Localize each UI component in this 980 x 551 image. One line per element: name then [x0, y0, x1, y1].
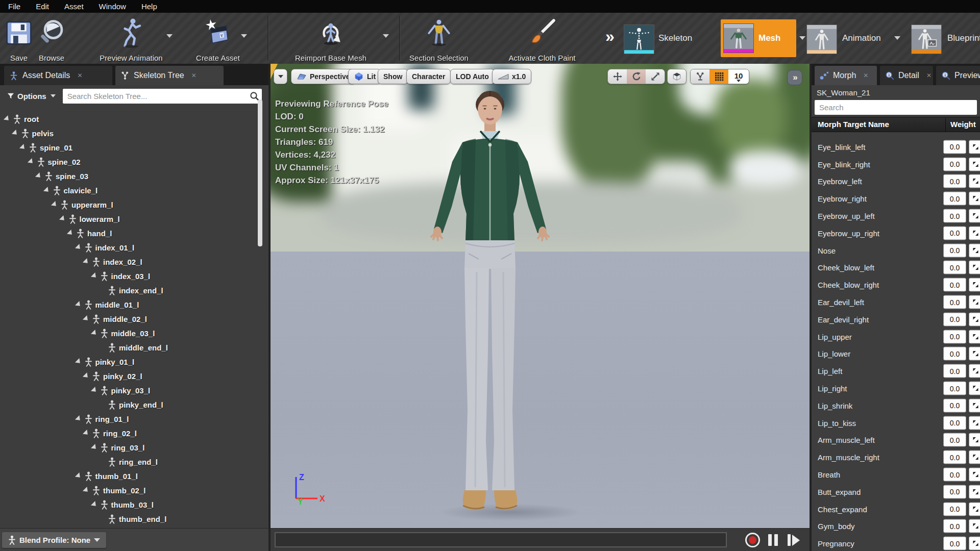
- preview-animation-button[interactable]: Preview Animation: [86, 13, 177, 64]
- drag-adjust-grip[interactable]: [969, 140, 980, 154]
- expand-arrow-icon[interactable]: [75, 358, 82, 365]
- morph-row-Lip_upper[interactable]: Lip_upper0.0: [812, 328, 980, 345]
- morph-row-Pregnancy[interactable]: Pregnancy0.0: [812, 535, 980, 551]
- morph-weight-input[interactable]: 0.0: [943, 485, 966, 498]
- morph-row-Cheek_blow_left[interactable]: Cheek_blow_left0.0: [812, 259, 980, 277]
- skeleton-tree-search-input[interactable]: [63, 89, 262, 104]
- morph-weight-input[interactable]: 0.0: [943, 416, 966, 430]
- rotate-tool-button[interactable]: [627, 69, 646, 84]
- drag-adjust-grip[interactable]: [969, 364, 980, 378]
- expand-arrow-icon[interactable]: [75, 415, 82, 422]
- morph-weight-input[interactable]: 0.0: [943, 450, 966, 464]
- expand-arrow-icon[interactable]: [43, 187, 50, 194]
- expand-arrow-icon[interactable]: [75, 301, 82, 308]
- tree-item-pinky_end_l[interactable]: pinky_end_l: [0, 397, 268, 412]
- playback-speed-button[interactable]: x1.0: [492, 69, 531, 84]
- morph-row-Lip_left[interactable]: Lip_left0.0: [812, 362, 980, 380]
- chevron-down-icon[interactable]: [799, 36, 805, 40]
- morph-weight-input[interactable]: 0.0: [943, 243, 966, 257]
- morph-row-Lip_to_kiss[interactable]: Lip_to_kiss0.0: [812, 414, 980, 432]
- tree-item-ring_end_l[interactable]: ring_end_l: [0, 455, 268, 469]
- morph-row-Chest_expand[interactable]: Chest_expand0.0: [812, 500, 980, 518]
- morph-row-Eyebrow_up_left[interactable]: Eyebrow_up_left0.0: [812, 207, 980, 224]
- socket-snap-button[interactable]: [691, 69, 709, 84]
- pause-button[interactable]: [768, 534, 778, 546]
- expand-arrow-icon[interactable]: [27, 158, 34, 165]
- morph-weight-input[interactable]: 0.0: [943, 192, 966, 206]
- drag-adjust-grip[interactable]: [969, 537, 980, 550]
- morph-row-Arm_muscle_left[interactable]: Arm_muscle_left0.0: [812, 432, 980, 449]
- chevron-down-icon[interactable]: [241, 34, 247, 38]
- morph-weight-input[interactable]: 0.0: [943, 226, 966, 240]
- chevron-down-icon[interactable]: [383, 34, 389, 38]
- expand-arrow-icon[interactable]: [4, 115, 11, 122]
- drag-adjust-grip[interactable]: [969, 398, 980, 412]
- tree-item-thumb_02_l[interactable]: thumb_02_l: [0, 483, 268, 497]
- drag-adjust-grip[interactable]: [969, 312, 980, 326]
- expand-arrow-icon[interactable]: [83, 430, 90, 437]
- tab-morph[interactable]: Morph ✕: [815, 66, 877, 85]
- tree-item-pinky_01_l[interactable]: pinky_01_l: [0, 355, 268, 369]
- expand-arrow-icon[interactable]: [90, 387, 97, 394]
- expand-arrow-icon[interactable]: [59, 215, 66, 222]
- viewport-options-button[interactable]: [274, 69, 287, 84]
- mode-tab-skeleton[interactable]: Skeleton: [658, 13, 692, 64]
- morph-row-Breath[interactable]: Breath0.0: [812, 466, 980, 483]
- morph-row-Ear_devil_right[interactable]: Ear_devil_right0.0: [812, 311, 980, 328]
- skeleton-thumbnail-icon[interactable]: [624, 24, 654, 54]
- drag-adjust-grip[interactable]: [969, 347, 980, 361]
- section-selection-button[interactable]: Section Selection: [403, 13, 475, 64]
- expand-arrow-icon[interactable]: [83, 487, 90, 494]
- drag-adjust-grip[interactable]: [969, 519, 980, 533]
- drag-adjust-grip[interactable]: [969, 382, 980, 395]
- column-divider[interactable]: [945, 118, 946, 132]
- blueprint-thumbnail-icon[interactable]: [911, 24, 942, 54]
- tree-item-ring_01_l[interactable]: ring_01_l: [0, 412, 268, 426]
- expand-arrow-icon[interactable]: [83, 258, 90, 265]
- morph-row-Eyebrow_right[interactable]: Eyebrow_right0.0: [812, 190, 980, 207]
- drag-adjust-grip[interactable]: [969, 416, 980, 430]
- tab-asset-details[interactable]: Asset Details ✕: [4, 66, 112, 85]
- drag-adjust-grip[interactable]: [969, 330, 980, 343]
- coordinate-space-button[interactable]: [667, 69, 687, 84]
- morph-list-header[interactable]: Morph Target Name Weight: [812, 117, 980, 132]
- drag-adjust-grip[interactable]: [969, 192, 980, 206]
- close-icon[interactable]: ✕: [863, 72, 868, 79]
- character-menu-button[interactable]: Character: [406, 69, 451, 84]
- expand-arrow-icon[interactable]: [75, 244, 82, 251]
- tree-item-middle_03_l[interactable]: middle_03_l: [0, 326, 268, 340]
- morph-target-search-input[interactable]: [815, 100, 977, 115]
- morph-weight-input[interactable]: 0.0: [943, 209, 966, 223]
- morph-weight-input[interactable]: 0.0: [943, 502, 966, 516]
- expand-arrow-icon[interactable]: [90, 501, 97, 508]
- drag-adjust-grip[interactable]: [969, 157, 980, 171]
- morph-row-Lip_lower[interactable]: Lip_lower0.0: [812, 345, 980, 363]
- expand-arrow-icon[interactable]: [83, 372, 90, 380]
- morph-row-Nose[interactable]: Nose0.0: [812, 242, 980, 259]
- tree-item-pinky_02_l[interactable]: pinky_02_l: [0, 369, 268, 383]
- morph-weight-input[interactable]: 0.0: [943, 157, 966, 171]
- tree-item-index_end_l[interactable]: index_end_l: [0, 283, 268, 297]
- tree-item-upperarm_l[interactable]: upperarm_l: [0, 197, 268, 212]
- blend-profile-button[interactable]: Blend Profile: None: [2, 532, 106, 548]
- drag-adjust-grip[interactable]: [969, 174, 980, 188]
- morph-row-Cheek_blow_right[interactable]: Cheek_blow_right0.0: [812, 276, 980, 293]
- skeleton-tree-scrollbar[interactable]: [258, 99, 262, 246]
- expand-arrow-icon[interactable]: [83, 315, 90, 322]
- animation-thumbnail-icon[interactable]: [806, 24, 837, 54]
- morph-weight-input[interactable]: 0.0: [943, 295, 966, 309]
- expand-arrow-icon[interactable]: [35, 172, 42, 180]
- drag-adjust-grip[interactable]: [969, 468, 980, 482]
- tree-item-ring_02_l[interactable]: ring_02_l: [0, 426, 268, 440]
- step-forward-button[interactable]: [788, 534, 800, 546]
- expand-panel-chevron-button[interactable]: »: [787, 70, 802, 85]
- morph-row-Eyebrow_up_right[interactable]: Eyebrow_up_right0.0: [812, 224, 980, 242]
- options-button[interactable]: Options: [4, 88, 59, 104]
- tree-item-index_02_l[interactable]: index_02_l: [0, 255, 268, 269]
- activate-cloth-paint-button[interactable]: Activate Cloth Paint: [496, 13, 588, 64]
- menu-item-file[interactable]: File: [8, 2, 20, 11]
- drag-adjust-grip[interactable]: [969, 433, 980, 447]
- morph-row-Lip_shrink[interactable]: Lip_shrink0.0: [812, 397, 980, 414]
- morph-weight-input[interactable]: 0.0: [943, 140, 966, 154]
- morph-weight-input[interactable]: 0.0: [943, 382, 966, 395]
